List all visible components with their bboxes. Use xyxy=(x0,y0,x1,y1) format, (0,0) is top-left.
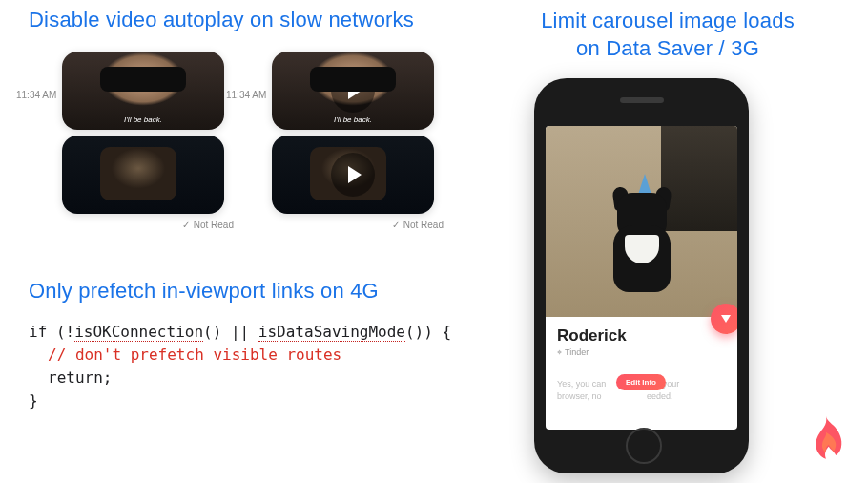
profile-card: Roderick ⌖Tinder Yes, you can Edit Info … xyxy=(546,317,737,402)
code-fn-isdatasavingmode: isDataSavingMode xyxy=(258,323,405,342)
divider xyxy=(557,368,726,368)
play-icon[interactable] xyxy=(331,69,375,113)
profile-photo xyxy=(546,126,737,317)
section-carousel: Limit carousel image loads on Data Saver… xyxy=(477,8,858,62)
code-text: () || xyxy=(203,323,258,341)
video-message: I'll be back. xyxy=(272,52,434,130)
code-snippet: if (!isOKConnection() || isDataSavingMod… xyxy=(29,321,477,412)
video-message xyxy=(272,136,434,214)
profile-blurb: Yes, you can Edit Info in your browser, … xyxy=(557,378,726,402)
edit-info-button[interactable]: Edit Info xyxy=(616,374,666,390)
profile-subtitle-text: Tinder xyxy=(565,347,589,357)
blurb-text: browser, no xyxy=(557,391,602,401)
heading-prefetch: Only prefetch in-viewport links on 4G xyxy=(29,279,477,304)
video-message xyxy=(62,136,224,214)
code-keyword-if: if xyxy=(29,323,47,341)
video-caption: I'll be back. xyxy=(272,116,434,124)
chat-comparison: 11:34 AM I'll be back. ✓Not Read 11:34 A… xyxy=(29,52,477,230)
blurb-text: Yes, you can xyxy=(557,379,606,388)
blurb-text: eeded. xyxy=(647,391,673,401)
play-icon[interactable] xyxy=(331,153,375,197)
heading-carousel-line2: on Data Saver / 3G xyxy=(576,36,759,60)
code-comment: // don't prefetch visible routes xyxy=(48,346,341,364)
timestamp-label: 11:34 AM xyxy=(226,90,266,100)
read-status-label: Not Read xyxy=(194,220,234,230)
chat-column-no-autoplay: 11:34 AM I'll be back. ✓Not Read xyxy=(272,52,444,230)
code-text: (! xyxy=(47,323,74,341)
section-prefetch: Only prefetch in-viewport links on 4G if… xyxy=(29,279,477,412)
heading-carousel: Limit carousel image loads on Data Saver… xyxy=(477,8,858,62)
section-autoplay: Disable video autoplay on slow networks … xyxy=(29,8,477,230)
profile-name: Roderick xyxy=(557,326,726,346)
read-status-label: Not Read xyxy=(403,220,444,230)
read-status: ✓Not Read xyxy=(62,220,234,230)
code-text: ; xyxy=(103,368,113,387)
phone-screen: Roderick ⌖Tinder Yes, you can Edit Info … xyxy=(546,126,737,430)
code-fn-isokconnection: isOKConnection xyxy=(74,323,203,342)
chat-column-autoplay: 11:34 AM I'll be back. ✓Not Read xyxy=(62,52,234,230)
code-text: ()) { xyxy=(405,323,451,341)
code-text: } xyxy=(29,391,38,410)
heading-autoplay: Disable video autoplay on slow networks xyxy=(29,8,477,32)
timestamp-label: 11:34 AM xyxy=(16,90,56,100)
dog-image xyxy=(596,181,688,296)
download-fab-icon[interactable] xyxy=(711,304,737,334)
video-message: I'll be back. xyxy=(62,52,224,130)
read-status: ✓Not Read xyxy=(272,220,444,230)
video-caption: I'll be back. xyxy=(62,116,224,124)
phone-mockup: Roderick ⌖Tinder Yes, you can Edit Info … xyxy=(534,78,749,473)
heading-carousel-line1: Limit carousel image loads xyxy=(541,9,795,32)
profile-subtitle: ⌖Tinder xyxy=(557,347,726,358)
pin-icon: ⌖ xyxy=(557,347,562,358)
check-icon: ✓ xyxy=(392,220,400,230)
code-keyword-return: return xyxy=(48,368,103,387)
tinder-flame-icon xyxy=(803,416,849,470)
check-icon: ✓ xyxy=(182,220,190,230)
